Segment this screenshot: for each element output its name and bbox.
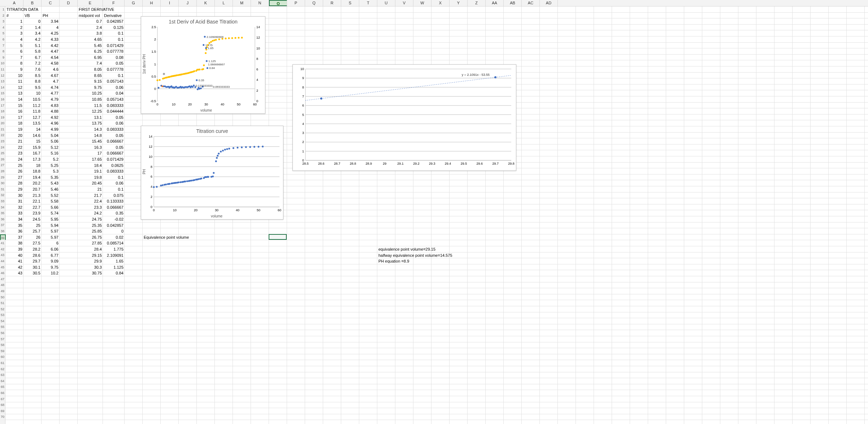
cell-C36[interactable]: 5.95	[42, 216, 60, 222]
cell-A37[interactable]: 35	[5, 222, 23, 229]
col-header-Y[interactable]: Y	[450, 0, 468, 6]
col-header-L[interactable]: L	[215, 0, 233, 6]
row-header-10[interactable]: 10	[0, 60, 5, 66]
cell-C33[interactable]: 5.58	[42, 198, 60, 204]
col-header-H[interactable]: H	[143, 0, 161, 6]
cell-A18[interactable]: 16	[5, 108, 23, 114]
cell-E11[interactable]: 8.05	[78, 66, 103, 73]
row-header-59[interactable]: 59	[0, 348, 5, 354]
cell-E37[interactable]: 25.35	[78, 222, 103, 229]
cell-F21[interactable]: 0.083333	[103, 126, 125, 133]
cell-A22[interactable]: 20	[5, 133, 23, 139]
row-header-28[interactable]: 28	[0, 168, 5, 174]
cell-A7[interactable]: 5	[5, 43, 23, 49]
cell-B6[interactable]: 4.2	[23, 36, 42, 43]
cell-A31[interactable]: 29	[5, 186, 23, 192]
cell-E9[interactable]: 6.95	[78, 55, 103, 61]
cell-C32[interactable]: 5.52	[42, 192, 60, 199]
cell-A11[interactable]: 9	[5, 66, 23, 73]
cell-B17[interactable]: 11.2	[23, 103, 42, 109]
row-header-25[interactable]: 25	[0, 150, 5, 156]
cell-C35[interactable]: 5.74	[42, 210, 60, 216]
row-header-20[interactable]: 20	[0, 120, 5, 126]
col-header-J[interactable]: J	[179, 0, 197, 6]
col-header-C[interactable]: C	[42, 0, 60, 6]
cell-F10[interactable]: 0.05	[103, 60, 125, 66]
cell-F18[interactable]: 0.044444	[103, 108, 125, 114]
cell-B41[interactable]: 28.2	[23, 246, 42, 252]
cell-B13[interactable]: 8.8	[23, 78, 42, 85]
cell-U42[interactable]: halfway equivalence point volume=14.575	[377, 252, 522, 259]
cell-C39[interactable]: 5.97	[42, 234, 60, 241]
cell-A26[interactable]: 24	[5, 156, 23, 163]
cell-B3[interactable]: 0	[23, 18, 42, 25]
cell-E19[interactable]: 13.1	[78, 114, 103, 121]
row-header-17[interactable]: 17	[0, 103, 5, 109]
row-header-53[interactable]: 53	[0, 312, 5, 318]
cell-C24[interactable]: 5.12	[42, 144, 60, 151]
row-header-48[interactable]: 48	[0, 282, 5, 288]
cell-C22[interactable]: 5.04	[42, 133, 60, 139]
cell-B8[interactable]: 5.8	[23, 48, 42, 55]
cell-C8[interactable]: 4.47	[42, 48, 60, 55]
row-header-24[interactable]: 24	[0, 144, 5, 151]
cell-C2[interactable]: PH	[42, 13, 60, 19]
cell-C30[interactable]: 5.43	[42, 180, 60, 186]
cell-B7[interactable]: 5.1	[23, 43, 42, 49]
col-header-AC[interactable]: AC	[522, 0, 540, 6]
cell-F45[interactable]: 0.84	[103, 270, 125, 276]
cell-C27[interactable]: 5.25	[42, 163, 60, 169]
cell-B38[interactable]: 25.7	[23, 228, 42, 234]
cell-A39[interactable]: 37	[5, 234, 23, 241]
row-header-13[interactable]: 13	[0, 78, 5, 85]
cell-B39[interactable]: 26	[23, 234, 42, 241]
col-header-Z[interactable]: Z	[468, 0, 486, 6]
cell-E8[interactable]: 6.25	[78, 48, 103, 55]
row-header-7[interactable]: 7	[0, 43, 5, 49]
cell-E44[interactable]: 30.3	[78, 264, 103, 271]
col-header-S[interactable]: S	[341, 0, 359, 6]
row-header-45[interactable]: 45	[0, 264, 5, 271]
cell-F32[interactable]: 0.075	[103, 192, 125, 199]
cell-A23[interactable]: 21	[5, 138, 23, 144]
cell-C42[interactable]: 6.77	[42, 252, 60, 259]
row-headers[interactable]: 1234567891011121314151617181920212223242…	[0, 7, 5, 424]
cell-F11[interactable]: 0.077778	[103, 66, 125, 73]
cell-C11[interactable]: 4.6	[42, 66, 60, 73]
cell-F15[interactable]: 0.04	[103, 90, 125, 96]
cell-A19[interactable]: 17	[5, 114, 23, 121]
cell-B9[interactable]: 6.7	[23, 55, 42, 61]
cell-B42[interactable]: 28.6	[23, 252, 42, 259]
row-header-18[interactable]: 18	[0, 108, 5, 114]
cell-E36[interactable]: 24.75	[78, 216, 103, 222]
cell-B11[interactable]: 7.6	[23, 66, 42, 73]
row-header-36[interactable]: 36	[0, 216, 5, 222]
col-header-E[interactable]: E	[78, 0, 103, 6]
row-header-42[interactable]: 42	[0, 246, 5, 252]
cell-C29[interactable]: 5.35	[42, 174, 60, 181]
cell-A5[interactable]: 3	[5, 30, 23, 36]
cell-C12[interactable]: 4.67	[42, 73, 60, 79]
cell-E1[interactable]: FIRST DERIVATIVE	[78, 7, 150, 13]
cell-E45[interactable]: 30.75	[78, 270, 103, 276]
cell-F41[interactable]: 1.775	[103, 246, 125, 252]
cell-A6[interactable]: 4	[5, 36, 23, 43]
col-header-U[interactable]: U	[377, 0, 395, 6]
row-header-67[interactable]: 67	[0, 396, 5, 402]
cell-A1[interactable]: TITRATION DATA	[5, 7, 78, 13]
cell-A16[interactable]: 14	[5, 96, 23, 103]
cell-F7[interactable]: 0.071429	[103, 43, 125, 49]
cell-E39[interactable]: 26.75	[78, 234, 103, 241]
cell-B35[interactable]: 23.9	[23, 210, 42, 216]
row-header-27[interactable]: 27	[0, 162, 5, 168]
cell-C5[interactable]: 4.25	[42, 30, 60, 36]
col-header-G[interactable]: G	[125, 0, 143, 6]
row-header-44[interactable]: 44	[0, 258, 5, 264]
row-header-38[interactable]: 38	[0, 228, 5, 234]
cell-B28[interactable]: 18.8	[23, 168, 42, 174]
cell-A41[interactable]: 39	[5, 246, 23, 252]
cell-F36[interactable]: -0.02	[103, 216, 125, 222]
row-header-3[interactable]: 3	[0, 18, 5, 25]
row-header-39[interactable]: 39	[0, 234, 6, 241]
cell-B20[interactable]: 13.5	[23, 120, 42, 126]
